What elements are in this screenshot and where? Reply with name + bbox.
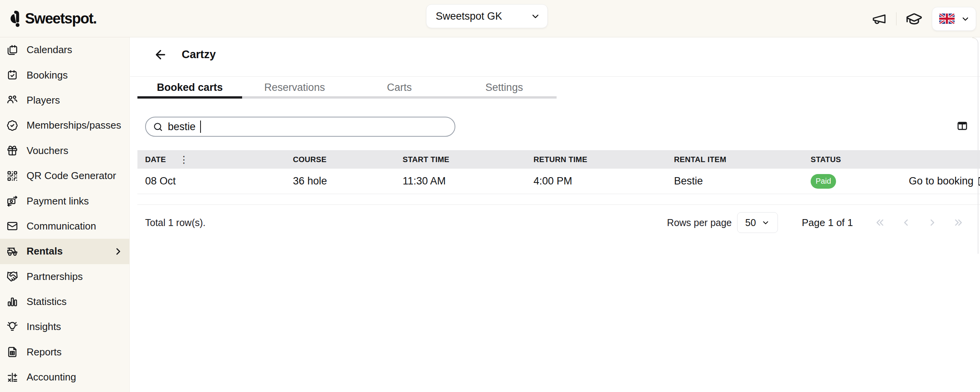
pagination-controls: Rows per page 50 Page 1 of 1 bbox=[667, 212, 966, 233]
chevron-left-icon bbox=[900, 217, 912, 228]
back-button[interactable] bbox=[154, 47, 169, 62]
cell-start-time: 11:30 AM bbox=[403, 175, 533, 187]
column-header-return-time: RETURN TIME bbox=[533, 155, 674, 164]
sidebar-item-icon bbox=[7, 372, 18, 383]
sidebar-item-icon bbox=[7, 170, 18, 182]
page-title: Cartzy bbox=[182, 48, 216, 61]
language-selector[interactable] bbox=[932, 7, 976, 31]
sidebar-item[interactable]: Accounting bbox=[0, 365, 129, 390]
top-header: Sweetspot. Sweetspot GK bbox=[0, 0, 980, 37]
tab[interactable]: Carts bbox=[347, 77, 452, 99]
sidebar-item-icon bbox=[7, 246, 18, 257]
sidebar-item-icon bbox=[7, 120, 18, 131]
sidebar: Calendars Bookings Players Memberships/p… bbox=[0, 37, 130, 392]
table-row[interactable]: 08 Oct 36 hole 11:30 AM 4:00 PM Bestie P… bbox=[137, 169, 980, 194]
next-page-button[interactable] bbox=[925, 215, 940, 230]
sidebar-item-icon bbox=[7, 296, 18, 308]
chevron-down-icon bbox=[961, 14, 970, 23]
club-selector-value: Sweetspot GK bbox=[436, 10, 530, 22]
previous-page-button[interactable] bbox=[898, 215, 914, 230]
sidebar-item[interactable]: Bookings bbox=[0, 62, 129, 87]
sweetspot-logo-icon bbox=[7, 9, 22, 28]
sidebar-item[interactable]: Rentals bbox=[0, 239, 129, 264]
sidebar-item[interactable]: Players bbox=[0, 88, 129, 113]
sidebar-item[interactable]: Insights bbox=[0, 314, 129, 339]
tab-label: Reservations bbox=[264, 82, 325, 94]
sidebar-item-label: Statistics bbox=[27, 296, 105, 308]
sidebar-item-label: Vouchers bbox=[27, 145, 105, 157]
page-indicator: Page 1 of 1 bbox=[802, 217, 853, 229]
chevron-down-icon bbox=[761, 218, 770, 227]
sidebar-item-label: QR Code Generator bbox=[27, 170, 116, 182]
sidebar-item[interactable]: QR Code Generator bbox=[0, 163, 129, 188]
column-header-course: COURSE bbox=[293, 155, 403, 164]
sidebar-item[interactable]: Reports bbox=[0, 340, 129, 365]
announcements-button[interactable] bbox=[871, 11, 887, 27]
sidebar-item-icon bbox=[7, 220, 18, 232]
sidebar-item-icon bbox=[7, 346, 18, 358]
sidebar-item[interactable]: Partnerships bbox=[0, 264, 129, 289]
sidebar-item-label: Players bbox=[27, 94, 105, 106]
table-footer: Total 1 row(s). Rows per page 50 Page 1 … bbox=[137, 205, 980, 240]
sidebar-item-label: Bookings bbox=[27, 69, 105, 81]
sidebar-item-label: Reports bbox=[27, 346, 105, 358]
column-header-start-time: START TIME bbox=[403, 155, 533, 164]
column-visibility-button[interactable] bbox=[955, 119, 969, 132]
total-rows-text: Total 1 row(s). bbox=[145, 217, 206, 228]
column-header-date: DATE bbox=[145, 155, 166, 164]
tab[interactable]: Settings bbox=[452, 77, 557, 99]
go-to-booking-label: Go to booking bbox=[909, 175, 973, 187]
sidebar-item[interactable]: Calendars bbox=[0, 37, 129, 62]
graduation-cap-icon bbox=[906, 10, 923, 27]
academy-button[interactable] bbox=[906, 10, 923, 27]
chevrons-left-icon bbox=[874, 217, 886, 228]
sidebar-item[interactable]: Memberships/passes bbox=[0, 113, 129, 138]
club-selector-dropdown[interactable]: Sweetspot GK bbox=[426, 4, 548, 28]
sidebar-item-label: Calendars bbox=[27, 44, 105, 56]
text-cursor bbox=[200, 121, 201, 133]
sidebar-item-label: Accounting bbox=[27, 371, 105, 383]
rows-per-page-select[interactable]: 50 bbox=[737, 212, 778, 233]
table-header-cell: DATE ⋮ bbox=[145, 155, 293, 164]
search-icon bbox=[153, 122, 163, 132]
sidebar-item[interactable]: Vouchers bbox=[0, 138, 129, 163]
column-header-rental-item: RENTAL ITEM bbox=[674, 155, 811, 164]
cell-date: 08 Oct bbox=[145, 175, 293, 187]
uk-flag-icon bbox=[939, 13, 955, 24]
external-link-icon bbox=[977, 176, 980, 186]
chevron-right-icon bbox=[113, 246, 123, 256]
sidebar-item-icon bbox=[7, 44, 18, 56]
last-page-button[interactable] bbox=[951, 215, 966, 230]
sidebar-item-label: Payment links bbox=[27, 195, 105, 207]
tab-label: Booked carts bbox=[157, 82, 223, 94]
tab[interactable]: Reservations bbox=[242, 77, 347, 99]
sidebar-item-label: Partnerships bbox=[27, 271, 105, 283]
chevron-down-icon bbox=[530, 11, 540, 21]
sidebar-item-icon bbox=[7, 69, 18, 81]
go-to-booking-link[interactable]: Go to booking bbox=[909, 175, 980, 187]
sidebar-item[interactable]: Statistics bbox=[0, 289, 129, 314]
sidebar-item[interactable]: Payment links bbox=[0, 188, 129, 213]
column-header-status: STATUS bbox=[811, 155, 909, 164]
sidebar-item-label: Rentals bbox=[27, 245, 105, 257]
status-badge: Paid bbox=[811, 174, 836, 189]
sidebar-item-icon bbox=[7, 321, 18, 333]
chevrons-right-icon bbox=[953, 217, 964, 228]
sidebar-item-icon bbox=[7, 145, 18, 156]
main-content: Cartzy Booked carts Reservations Carts S… bbox=[130, 37, 980, 392]
search-input[interactable]: bestie bbox=[145, 117, 455, 137]
search-input-value: bestie bbox=[168, 121, 196, 133]
table-columns-icon bbox=[957, 121, 968, 131]
first-page-button[interactable] bbox=[872, 215, 888, 230]
tab-label: Carts bbox=[387, 82, 412, 94]
brand-name: Sweetspot. bbox=[25, 10, 97, 27]
rows-per-page-label: Rows per page bbox=[667, 217, 732, 228]
cell-rental-item: Bestie bbox=[674, 175, 811, 187]
sidebar-item-label: Memberships/passes bbox=[27, 119, 121, 131]
column-menu-icon[interactable]: ⋮ bbox=[179, 155, 189, 164]
sidebar-item[interactable]: Communication bbox=[0, 214, 129, 239]
tab[interactable]: Booked carts bbox=[137, 77, 242, 99]
sidebar-item-icon bbox=[7, 195, 18, 207]
tab-bar: Booked carts Reservations Carts Settings bbox=[137, 77, 557, 99]
brand-logo[interactable]: Sweetspot. bbox=[7, 9, 97, 28]
